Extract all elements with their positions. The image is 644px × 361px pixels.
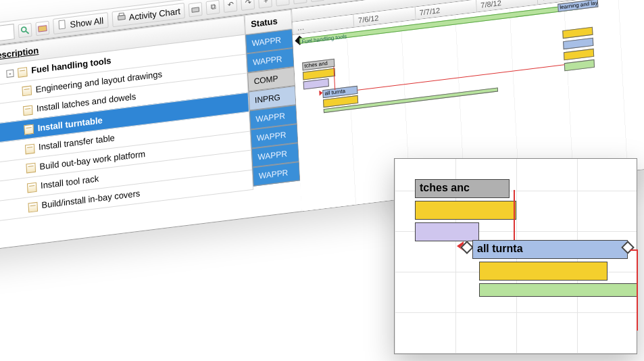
zoom-bar-yellow-2[interactable]	[479, 262, 608, 281]
document-icon	[24, 124, 34, 135]
folder-icon[interactable]	[35, 20, 49, 35]
zoom-in-icon[interactable]: ＋	[258, 0, 272, 8]
zoom-bar-green[interactable]	[479, 283, 638, 297]
refresh-icon[interactable]: ⟳	[293, 0, 307, 4]
task-bar-r4[interactable]	[564, 59, 595, 71]
zoom-bar-yellow-1[interactable]	[415, 201, 516, 220]
svg-rect-2	[39, 25, 47, 31]
search-icon[interactable]	[18, 22, 32, 37]
settings-icon[interactable]: ⚙	[311, 0, 325, 2]
document-icon	[27, 183, 37, 193]
print-icon[interactable]	[189, 1, 203, 16]
document-icon	[28, 201, 38, 212]
svg-rect-3	[59, 20, 65, 29]
description-text: Install turntable	[37, 115, 103, 133]
redo-icon[interactable]: ↷	[241, 0, 255, 10]
zoom-dep-out-v	[637, 249, 638, 331]
show-all-button[interactable]: Show All	[53, 12, 108, 34]
zoom-bar-lav[interactable]	[415, 222, 479, 241]
document-icon	[57, 19, 68, 32]
document-icon	[25, 144, 35, 155]
svg-line-1	[26, 30, 29, 34]
dependency-link-long	[357, 64, 564, 91]
document-icon	[18, 67, 28, 78]
svg-rect-6	[192, 7, 199, 11]
document-icon	[26, 163, 36, 174]
printer-icon	[116, 12, 126, 25]
activity-chart-label: Activity Chart	[128, 6, 180, 22]
dependency-arrow-icon	[319, 90, 322, 96]
work-grid: Work Description 7330-Fuel handling tool…	[0, 15, 255, 256]
tree-expander-icon[interactable]: -	[6, 70, 14, 78]
document-icon	[22, 86, 32, 97]
zoom-out-icon[interactable]: －	[276, 0, 290, 6]
description-text: Install tool rack	[41, 174, 99, 191]
zoom-dep-vline	[514, 190, 515, 247]
task-bar-r1[interactable]	[562, 27, 593, 39]
task-bar-r3[interactable]	[564, 49, 594, 60]
zoom-bar-turntable[interactable]: all turnta	[472, 240, 628, 259]
undo-icon[interactable]: ↶	[224, 0, 238, 13]
end-task-bar[interactable]: learning and layout draw	[558, 0, 598, 12]
zoom-inset: tches anc all turnta	[394, 158, 637, 354]
copy-icon[interactable]: ⧉	[206, 0, 220, 15]
show-all-label: Show All	[70, 16, 103, 30]
task-bar-lav[interactable]	[303, 78, 329, 90]
svg-rect-5	[119, 13, 124, 16]
task-bar-r2[interactable]	[563, 38, 593, 49]
zoom-bar-latches[interactable]: tches anc	[415, 179, 510, 198]
document-icon	[23, 105, 33, 116]
